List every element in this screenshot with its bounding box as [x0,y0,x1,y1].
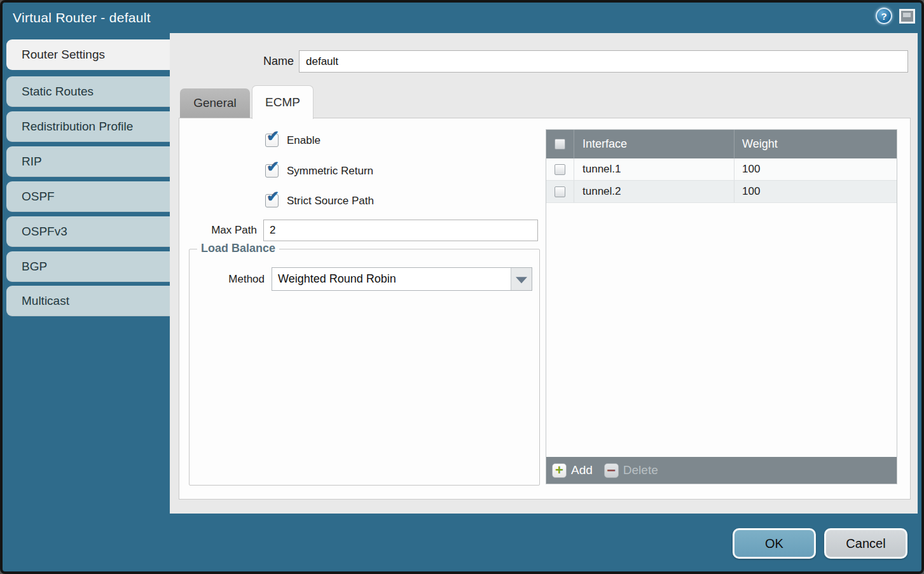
sidebar-item-multicast[interactable]: Multicast [6,286,170,316]
max-path-input[interactable] [263,220,538,241]
add-button[interactable]: + Add [552,463,593,478]
tab-label: ECMP [265,95,300,109]
sidebar-item-label: BGP [22,260,47,274]
cell-weight: 100 [734,158,897,180]
delete-label: Delete [623,463,658,477]
column-header-interface: Interface [583,137,627,151]
method-row: Method Weighted Round Robin [190,267,532,291]
load-balance-group: Load Balance Method Weighted Round Robin [189,249,540,486]
sidebar-item-label: Static Routes [22,85,93,99]
symmetric-return-label: Symmetric Return [287,165,373,178]
tab-label: General [193,96,237,110]
sidebar-item-redistribution-profile[interactable]: Redistribution Profile [6,111,170,142]
cell-weight: 100 [734,181,897,202]
window-restore-icon[interactable] [899,9,915,24]
table-row[interactable]: tunnel.2 100 [546,181,897,203]
checkbox-checked-icon: ✔ [266,189,279,204]
enable-checkbox[interactable]: ✔ [265,134,279,147]
ok-label: OK [765,536,783,551]
window-title: Virtual Router - default [13,10,151,25]
table-header: Interface Weight [546,130,897,158]
tab-ecmp[interactable]: ECMP [252,85,314,119]
sidebar-item-label: Multicast [22,294,69,308]
row-checkbox[interactable] [555,164,565,175]
tab-general[interactable]: General [180,88,250,118]
table-empty-area [546,203,897,457]
method-select[interactable]: Weighted Round Robin [272,267,532,291]
add-label: Add [571,463,593,477]
sidebar-item-static-routes[interactable]: Static Routes [6,76,170,107]
strict-source-path-row: ✔ Strict Source Path [265,194,374,207]
table-row[interactable]: tunnel.1 100 [546,158,897,181]
sidebar-item-label: Router Settings [22,48,105,62]
method-selected-value: Weighted Round Robin [272,268,532,290]
sidebar-item-label: Redistribution Profile [22,120,133,134]
minus-icon: − [604,463,619,478]
load-balance-legend: Load Balance [197,242,279,255]
column-header-weight: Weight [742,137,778,151]
cell-interface: tunnel.2 [574,181,734,202]
sidebar-item-ospfv3[interactable]: OSPFv3 [6,216,170,247]
strict-source-path-label: Strict Source Path [287,195,374,207]
titlebar: Virtual Router - default ? [3,3,921,33]
symmetric-return-checkbox[interactable]: ✔ [265,164,279,178]
row-checkbox[interactable] [555,186,565,197]
interface-table: Interface Weight tunnel.1 100 tunnel.2 1… [546,129,897,484]
enable-row: ✔ Enable [265,134,321,147]
method-label: Method [190,273,265,286]
symmetric-return-row: ✔ Symmetric Return [265,164,373,178]
name-label: Name [223,55,294,68]
sidebar-item-rip[interactable]: RIP [6,146,170,177]
sidebar-item-router-settings[interactable]: Router Settings [6,39,170,70]
cancel-button[interactable]: Cancel [824,528,907,559]
plus-icon: + [552,463,567,478]
select-all-checkbox[interactable] [555,139,565,150]
name-input[interactable] [299,50,908,73]
sidebar-item-bgp[interactable]: BGP [6,251,170,282]
sidebar-item-ospf[interactable]: OSPF [6,181,170,212]
sidebar-item-label: OSPFv3 [22,225,67,239]
sidebar-item-label: OSPF [22,190,55,204]
table-toolbar: + Add − Delete [546,457,897,484]
delete-button[interactable]: − Delete [604,463,658,478]
help-glyph: ? [881,11,886,22]
max-path-label: Max Path [179,224,257,237]
virtual-router-dialog: Virtual Router - default ? Router Settin… [0,0,924,574]
sidebar-item-label: RIP [22,155,42,169]
cancel-label: Cancel [846,536,885,551]
checkbox-checked-icon: ✔ [266,129,279,144]
help-icon[interactable]: ? [876,8,892,24]
strict-source-path-checkbox[interactable]: ✔ [265,194,279,207]
ok-button[interactable]: OK [733,528,816,559]
ecmp-panel: ✔ Enable ✔ Symmetric Return ✔ Strict Sou… [179,118,911,500]
enable-label: Enable [287,134,321,147]
cell-interface: tunnel.1 [574,158,734,180]
checkbox-checked-icon: ✔ [266,159,279,174]
chevron-down-icon[interactable] [511,268,532,290]
